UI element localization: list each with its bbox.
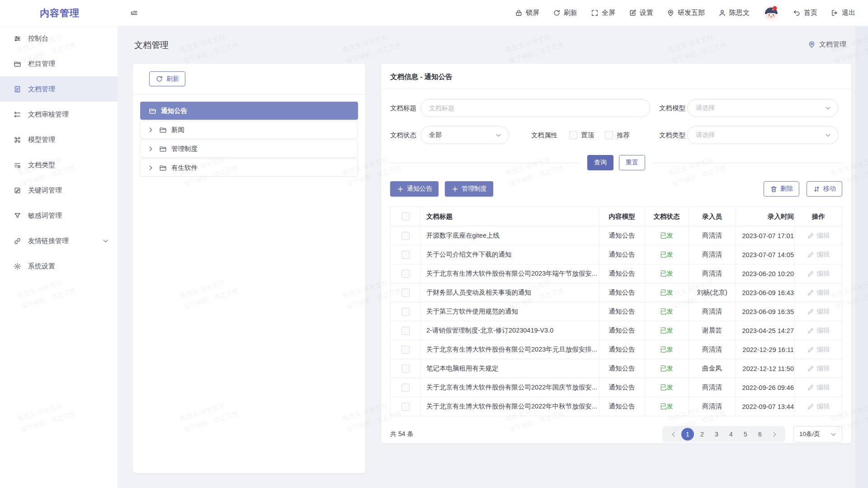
status-badge: 已发 (660, 250, 673, 259)
move-button[interactable]: 移动 (807, 181, 842, 197)
search-button[interactable]: 查询 (587, 155, 613, 170)
row-checkbox[interactable] (401, 403, 410, 411)
edit-button[interactable]: 编辑 (807, 345, 830, 354)
tree-node-label: 新闻 (171, 126, 184, 134)
header-tool-logout[interactable]: 退出 (831, 9, 855, 17)
sidebar-item-link[interactable]: 友情链接管理 (0, 228, 118, 253)
table-cell (391, 245, 420, 264)
chevron-down-icon (830, 431, 837, 438)
row-checkbox[interactable] (401, 251, 410, 259)
doc-type-select[interactable]: 请选择 (687, 126, 839, 144)
action-cell: 编辑 (795, 321, 842, 340)
doc-model-select[interactable]: 请选择 (687, 99, 839, 117)
add-notice-button[interactable]: 通知公告 (390, 181, 439, 197)
doc-title-input[interactable] (420, 99, 650, 117)
page-size-select[interactable]: 10条/页 (793, 426, 842, 442)
header-tool-location[interactable]: 研发五部 (667, 9, 705, 17)
page-button[interactable]: 5 (739, 428, 752, 441)
attr-top-checkbox[interactable]: 置顶 (569, 131, 594, 140)
menu-fold-icon[interactable] (130, 9, 138, 17)
edit-button[interactable]: 编辑 (807, 383, 830, 392)
edit-button[interactable]: 编辑 (807, 307, 830, 316)
row-checkbox[interactable] (401, 308, 410, 316)
sidebar-item-sliders[interactable]: 控制台 (0, 26, 118, 51)
table-cell (391, 359, 420, 378)
attr-recommend-checkbox[interactable]: 推荐 (605, 131, 630, 140)
reset-button[interactable]: 重置 (619, 155, 645, 170)
divider (390, 163, 579, 163)
page-button[interactable]: 1 (681, 428, 694, 441)
doc-attr-label: 文档属性 (531, 131, 557, 140)
sidebar-item-folder[interactable]: 栏目管理 (0, 51, 118, 76)
table-row: 开源数字底座在gitee上线通知公告已发商清清2023-07-07 17:01编… (391, 226, 842, 245)
header-tool-undo[interactable]: 首页 (793, 9, 817, 17)
edit-button[interactable]: 编辑 (807, 250, 830, 259)
sidebar-item-list-gear[interactable]: 文档类型 (0, 152, 118, 178)
row-checkbox[interactable] (401, 384, 410, 392)
tree-node[interactable]: 管理制度 (140, 140, 358, 158)
select-all-checkbox[interactable] (401, 212, 410, 221)
next-page-button[interactable] (768, 428, 781, 441)
edit-button[interactable]: 编辑 (807, 288, 830, 297)
sidebar-item-funnel[interactable]: 敏感词管理 (0, 203, 118, 228)
header-tool-fullscreen[interactable]: 全屏 (591, 9, 615, 17)
tree-node[interactable]: 通知公告 (140, 102, 358, 120)
checkbox[interactable] (605, 131, 613, 139)
edit-button[interactable]: 编辑 (807, 269, 830, 278)
editor-cell: 商清清 (689, 226, 736, 245)
gear-icon (14, 263, 21, 270)
sidebar-item-edit-note[interactable]: 关键词管理 (0, 178, 118, 203)
doc-status-select[interactable]: 全部 (420, 126, 509, 144)
entry-time-cell: 2023-06-09 16:35 (736, 302, 795, 321)
add-policy-button[interactable]: 管理制度 (445, 181, 493, 197)
sidebar-item-document[interactable]: 文档管理 (0, 76, 118, 102)
table-cell (391, 321, 420, 340)
page-scrollbar[interactable] (855, 26, 868, 488)
status-badge: 已发 (660, 345, 673, 354)
tree-refresh-button[interactable]: 刷新 (149, 71, 185, 86)
table-cell (391, 283, 420, 302)
tree-node[interactable]: 有生软件 (140, 159, 358, 177)
row-checkbox[interactable] (401, 327, 410, 335)
row-checkbox[interactable] (401, 232, 410, 240)
pencil-icon (807, 346, 815, 353)
header-tool-edit-square[interactable]: 设置 (629, 9, 653, 17)
sidebar-nav: 控制台栏目管理文档管理文档审核管理模型管理文档类型关键词管理敏感词管理友情链接管… (0, 26, 118, 488)
table-row: 关于北京有生博大软件股份有限公司2023年端午节放假安...通知公告已发商清清2… (391, 264, 842, 283)
prev-page-button[interactable] (667, 428, 679, 441)
user-avatar[interactable] (763, 5, 779, 21)
pencil-icon (807, 403, 815, 410)
doc-title-cell: 2-请销假管理制度-北京-修订20230419-V3.0 (420, 321, 599, 340)
chevron-right-icon[interactable] (147, 164, 155, 172)
doc-type-label: 文档类型 (659, 131, 687, 140)
row-checkbox[interactable] (401, 365, 410, 373)
page-button[interactable]: 2 (696, 428, 708, 441)
row-checkbox[interactable] (401, 289, 410, 297)
page-button[interactable]: 6 (754, 428, 766, 441)
edit-button[interactable]: 编辑 (807, 364, 830, 373)
entry-time-cell: 2022-12-12 11:50 (736, 359, 795, 378)
chevron-right-icon[interactable] (147, 145, 155, 153)
edit-button[interactable]: 编辑 (807, 326, 830, 335)
checkbox[interactable] (569, 131, 577, 139)
chevron-right-icon[interactable] (147, 126, 155, 134)
content-model-cell: 通知公告 (599, 359, 645, 378)
edit-button[interactable]: 编辑 (807, 231, 830, 240)
row-checkbox[interactable] (401, 270, 410, 278)
page-button[interactable]: 4 (725, 428, 737, 441)
header-tool-refresh[interactable]: 刷新 (553, 9, 577, 17)
tree-node[interactable]: 新闻 (140, 121, 358, 139)
sidebar-item-command[interactable]: 模型管理 (0, 127, 118, 152)
edit-button[interactable]: 编辑 (807, 402, 830, 411)
editor-cell: 商清清 (689, 397, 736, 416)
header-tool-user[interactable]: 陈思文 (718, 9, 750, 17)
row-checkbox[interactable] (401, 346, 410, 354)
sidebar-item-label: 文档管理 (28, 85, 109, 94)
breadcrumb-label: 文档管理 (819, 40, 846, 49)
page-button[interactable]: 3 (710, 428, 723, 441)
sidebar-item-gear[interactable]: 系统设置 (0, 253, 118, 279)
header-tool-lock[interactable]: 锁屏 (515, 9, 539, 17)
sidebar-item-list-check[interactable]: 文档审核管理 (0, 102, 118, 127)
table-header-cell (391, 207, 420, 226)
delete-button[interactable]: 删除 (764, 181, 799, 197)
